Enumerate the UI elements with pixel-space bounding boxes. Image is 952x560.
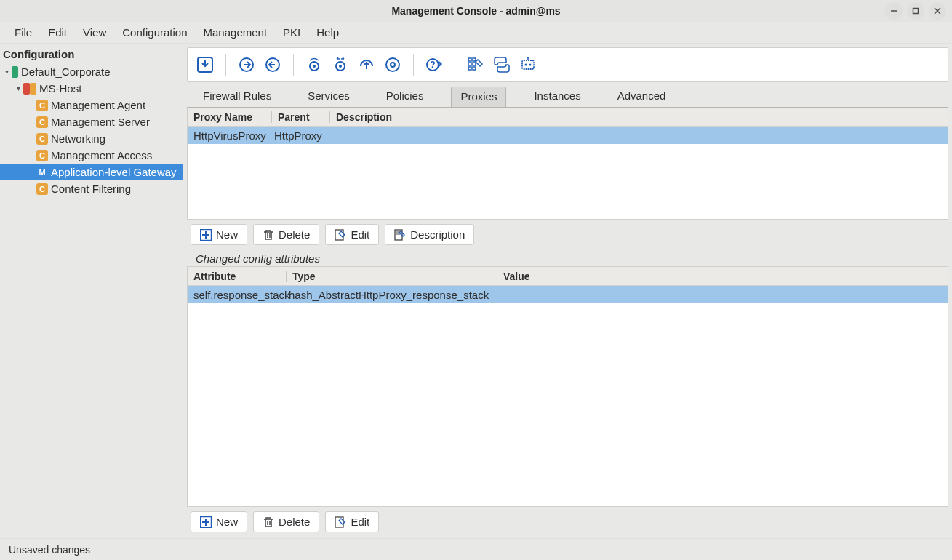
tree-item-content-filtering[interactable]: C Content Filtering [0, 180, 183, 197]
tab-policies[interactable]: Policies [377, 87, 433, 107]
description-label: Description [410, 228, 465, 241]
status-text: Unsaved changes [9, 544, 90, 556]
delete-attribute-button[interactable]: Delete [253, 511, 319, 532]
proxy-button-row: New Delete Edit Description [187, 220, 948, 249]
tree-item-management-access[interactable]: C Management Access [0, 147, 183, 164]
tab-instances[interactable]: Instances [525, 87, 589, 107]
delete-proxy-button[interactable]: Delete [253, 224, 319, 245]
status-icon-red [23, 83, 30, 95]
tree-root[interactable]: ▾ Default_Corporate [0, 63, 183, 80]
component-icon: C [36, 100, 48, 111]
chevron-down-icon[interactable]: ▾ [1, 68, 12, 76]
description-proxy-button[interactable]: Description [385, 224, 474, 245]
cell-proxy-name: HttpVirusProxy [188, 129, 271, 142]
gear-sync-icon[interactable] [330, 55, 351, 75]
col-value[interactable]: Value [497, 271, 948, 282]
tree-root-label: Default_Corporate [21, 65, 111, 78]
svg-rect-16 [473, 58, 476, 61]
cell-attribute: self.response_stack [188, 289, 286, 301]
menu-view[interactable]: View [76, 23, 113, 41]
component-icon: C [36, 116, 48, 128]
help-circle-icon[interactable]: ? [424, 55, 444, 75]
attribute-row[interactable]: self.response_stack hash_AbstractHttpPro… [188, 286, 948, 303]
edit-label: Edit [351, 516, 369, 528]
tree-item-management-agent[interactable]: C Management Agent [0, 97, 183, 113]
new-label: New [216, 516, 238, 528]
proxy-table-pane: Proxy Name Parent Description HttpVirusP… [187, 107, 948, 220]
sidebar: Configuration ▾ Default_Corporate ▾ MS-H… [0, 44, 183, 538]
tree-item-label: Application-level Gateway [51, 166, 177, 178]
svg-text:?: ? [430, 60, 435, 70]
proxy-table-header: Proxy Name Parent Description [188, 108, 948, 127]
tree-item-management-server[interactable]: C Management Server [0, 113, 183, 130]
matrix-edit-icon[interactable] [465, 55, 486, 75]
col-attribute[interactable]: Attribute [188, 271, 286, 282]
svg-rect-29 [335, 230, 343, 240]
col-proxy-name[interactable]: Proxy Name [188, 111, 271, 123]
svg-rect-20 [473, 67, 476, 70]
attribute-button-row: New Delete Edit [187, 507, 948, 537]
minimize-button[interactable] [885, 2, 903, 20]
tab-proxies[interactable]: Proxies [451, 87, 506, 107]
menu-configuration[interactable]: Configuration [115, 23, 194, 41]
window-title: Management Console - admin@ms [391, 5, 560, 17]
robot-icon[interactable] [518, 55, 538, 75]
svg-rect-21 [522, 60, 534, 69]
col-description[interactable]: Description [329, 111, 948, 123]
arrow-right-circle-icon[interactable] [236, 55, 257, 75]
maximize-button[interactable] [907, 2, 924, 20]
proxy-row[interactable]: HttpVirusProxy HttpProxy [188, 127, 948, 144]
status-icon-orange [30, 83, 36, 95]
svg-point-8 [313, 65, 316, 68]
python-icon[interactable] [492, 55, 512, 75]
module-icon: M [36, 167, 48, 178]
plus-icon [200, 516, 212, 528]
col-parent[interactable]: Parent [271, 111, 329, 123]
svg-rect-1 [913, 9, 919, 14]
attribute-table-pane: Attribute Type Value self.response_stack… [187, 266, 948, 507]
menu-help[interactable]: Help [309, 23, 346, 41]
chevron-down-icon[interactable]: ▾ [13, 84, 23, 92]
menu-pki[interactable]: PKI [276, 23, 308, 41]
tree-item-application-level-gateway[interactable]: M Application-level Gateway [0, 164, 183, 180]
gear-circle-icon[interactable] [383, 55, 403, 75]
tab-services[interactable]: Services [299, 87, 359, 107]
svg-point-10 [339, 65, 342, 68]
menu-edit[interactable]: Edit [41, 23, 74, 41]
tab-bar: Firewall Rules Services Policies Proxies… [187, 82, 948, 107]
menu-file[interactable]: File [7, 23, 39, 41]
tree-item-networking[interactable]: C Networking [0, 130, 183, 147]
col-type[interactable]: Type [286, 271, 497, 282]
svg-rect-19 [468, 67, 471, 70]
new-proxy-button[interactable]: New [191, 224, 247, 245]
separator [455, 54, 455, 76]
trash-icon [263, 229, 274, 241]
svg-point-12 [391, 63, 395, 67]
gear-view-icon[interactable] [304, 55, 324, 75]
window-controls [885, 2, 946, 20]
separator [413, 54, 414, 76]
tab-advanced[interactable]: Advanced [609, 87, 675, 107]
main-panel: ? Firewall Rules Services Policies Proxi… [183, 44, 952, 538]
new-attribute-button[interactable]: New [191, 511, 247, 532]
status-bar: Unsaved changes [0, 538, 952, 560]
commit-icon[interactable] [195, 55, 215, 75]
svg-rect-17 [468, 63, 471, 65]
svg-point-11 [386, 58, 399, 71]
delete-label: Delete [279, 228, 310, 241]
menu-bar: File Edit View Configuration Management … [0, 22, 952, 44]
svg-point-23 [529, 64, 532, 66]
arrow-left-circle-icon[interactable] [263, 55, 283, 75]
edit-attribute-button[interactable]: Edit [325, 511, 379, 532]
pencil-icon [335, 516, 346, 528]
edit-proxy-button[interactable]: Edit [325, 224, 379, 245]
component-icon: C [36, 133, 48, 145]
cell-type: hash_AbstractHttpProxy_response_stack [286, 289, 497, 301]
upload-icon[interactable] [356, 55, 377, 75]
edit-label: Edit [351, 228, 369, 241]
menu-management[interactable]: Management [196, 23, 275, 41]
tree-host[interactable]: ▾ MS-Host [0, 80, 183, 97]
close-button[interactable] [929, 2, 946, 20]
tree-item-label: Management Access [51, 149, 152, 161]
tab-firewall-rules[interactable]: Firewall Rules [194, 87, 280, 107]
